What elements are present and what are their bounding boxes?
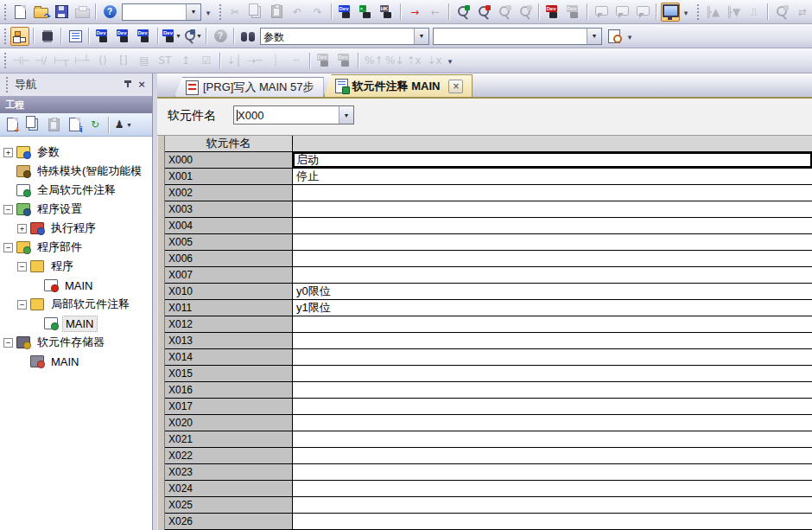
grid-device-cell[interactable]: X022: [165, 448, 293, 464]
tree-item-device-memory[interactable]: −软元件存储器: [0, 333, 152, 352]
rising-pulse-icon[interactable]: %↑: [363, 51, 382, 70]
pulse-execution-icon[interactable]: ⎍: [745, 3, 764, 22]
save-project-icon[interactable]: [52, 3, 71, 22]
inline-st-icon[interactable]: ST: [155, 51, 174, 70]
close-branch-icon[interactable]: ⊢┴: [73, 51, 92, 70]
device-column-header[interactable]: 软元件名: [165, 136, 293, 152]
close-panel-icon[interactable]: ×: [135, 79, 149, 91]
grid-device-cell[interactable]: X012: [165, 316, 293, 333]
paste-icon[interactable]: [267, 3, 286, 22]
grid-device-cell[interactable]: X001: [165, 169, 293, 185]
chevron-down-icon[interactable]: ▼: [175, 33, 181, 39]
note-display-icon[interactable]: [612, 3, 631, 22]
new-project-icon[interactable]: [10, 3, 29, 22]
comment-column-header[interactable]: [293, 136, 812, 152]
grid-device-cell[interactable]: X013: [165, 333, 293, 349]
grid-comment-cell[interactable]: [293, 251, 812, 267]
chevron-down-icon[interactable]: ▼: [186, 4, 200, 20]
tree-item-execution-program[interactable]: +执行程序: [0, 219, 152, 238]
grid-comment-cell[interactable]: [293, 267, 812, 284]
toolbar-drag-handle[interactable]: [696, 4, 700, 20]
grid-device-cell[interactable]: X024: [165, 481, 293, 497]
tree-item-program-main[interactable]: MAIN: [0, 276, 152, 295]
grid-device-cell[interactable]: X010: [165, 284, 293, 300]
refresh-view-icon[interactable]: ↻: [86, 115, 105, 134]
grid-device-cell[interactable]: X003: [165, 201, 293, 218]
tree-item-device-memory-main[interactable]: MAIN: [0, 352, 152, 371]
new-data-icon[interactable]: +: [3, 115, 22, 134]
grid-device-cell[interactable]: X014: [165, 349, 293, 366]
grid-device-cell[interactable]: X005: [165, 234, 293, 251]
grid-device-cell[interactable]: X002: [165, 185, 293, 201]
tree-item-intelligent-module[interactable]: 特殊模块(智能功能模: [0, 162, 152, 181]
copy-data-icon[interactable]: [23, 115, 42, 134]
device-display-format-icon[interactable]: Dev▼: [162, 27, 181, 46]
toolbar-overflow-icon[interactable]: ▾: [681, 3, 691, 21]
grid-comment-cell[interactable]: [293, 399, 812, 415]
pin-icon[interactable]: [121, 79, 135, 91]
module-configuration-icon[interactable]: [38, 27, 57, 46]
tab-prg-write-main[interactable]: [PRG]写入 MAIN 57步: [174, 77, 324, 97]
grid-device-cell[interactable]: X006: [165, 251, 293, 267]
horizontal-line-draw-icon[interactable]: ⇢─: [245, 51, 264, 70]
grid-comment-cell[interactable]: [293, 431, 812, 448]
print-icon[interactable]: [73, 3, 92, 22]
grid-device-cell[interactable]: X026: [165, 514, 293, 530]
close-contact-icon[interactable]: ⊣∕: [31, 51, 50, 70]
grid-comment-cell[interactable]: [293, 448, 812, 464]
grid-device-cell[interactable]: X023: [165, 464, 293, 481]
close-tab-icon[interactable]: ×: [448, 80, 463, 93]
grid-device-cell[interactable]: X017: [165, 399, 293, 415]
open-contact-icon[interactable]: ⊣⊢: [10, 51, 29, 70]
device-comment-list-icon[interactable]: Dev: [93, 27, 112, 46]
work-window-list-icon[interactable]: [66, 27, 85, 46]
tree-expander-icon[interactable]: −: [17, 262, 27, 271]
watch-stop-icon[interactable]: [516, 3, 535, 22]
cut-icon[interactable]: ✂: [225, 3, 244, 22]
help-icon[interactable]: ?: [100, 3, 119, 22]
check-list-icon[interactable]: ☑: [197, 51, 216, 70]
tree-item-parameter[interactable]: +参数: [0, 143, 152, 162]
ladder-block-icon[interactable]: ▤: [135, 51, 154, 70]
grid-device-cell[interactable]: X021: [165, 431, 293, 448]
chevron-down-icon[interactable]: ▼: [414, 29, 428, 44]
grid-comment-cell[interactable]: [293, 464, 812, 481]
monitor-stop-icon[interactable]: [474, 3, 493, 22]
falling-pulse-icon[interactable]: %↓: [384, 51, 403, 70]
grid-comment-cell[interactable]: 停止: [293, 169, 812, 185]
edge-contact-icon[interactable]: ↥: [176, 51, 195, 70]
cross-reference-icon[interactable]: [238, 27, 257, 46]
tree-item-comment-main[interactable]: MAIN: [0, 314, 152, 333]
tree-item-program-folder[interactable]: −程序: [0, 257, 152, 276]
forced-io-registration-icon[interactable]: ⇄: [793, 3, 812, 22]
device-monitor-window-icon[interactable]: >_: [357, 3, 376, 22]
search-in-document-icon[interactable]: [605, 27, 624, 46]
tree-item-local-device-comment[interactable]: −局部软元件注释: [0, 295, 152, 314]
device-display-off-icon[interactable]: Dev: [564, 3, 583, 22]
grid-comment-cell[interactable]: [293, 218, 812, 234]
tree-item-pou[interactable]: −程序部件: [0, 238, 152, 257]
device-comment-search-icon[interactable]: Dev: [336, 3, 355, 22]
write-to-plc-icon[interactable]: →: [405, 3, 424, 22]
device-test-icon[interactable]: [772, 3, 791, 22]
grid-device-cell[interactable]: X004: [165, 218, 293, 234]
tree-expander-icon[interactable]: +: [17, 224, 27, 233]
grid-comment-cell[interactable]: [293, 185, 812, 201]
chevron-down-icon[interactable]: ▼: [339, 106, 353, 124]
vertical-line-delete-icon[interactable]: ┊: [266, 51, 285, 70]
grid-comment-cell[interactable]: [293, 415, 812, 431]
data-properties-icon[interactable]: i: [65, 115, 84, 134]
grid-comment-cell[interactable]: [293, 234, 812, 251]
grid-device-cell[interactable]: X016: [165, 382, 293, 399]
copy-icon[interactable]: [246, 3, 265, 22]
open-project-icon[interactable]: ↷: [31, 3, 50, 22]
tree-expander-icon[interactable]: +: [3, 148, 13, 157]
undo-icon[interactable]: ↶: [288, 3, 307, 22]
open-branch-icon[interactable]: ⊢┬: [52, 51, 71, 70]
toolbar-drag-handle[interactable]: [3, 53, 7, 68]
grid-device-cell[interactable]: X007: [165, 267, 293, 284]
toolbar-overflow-icon[interactable]: ▾: [445, 52, 455, 69]
comment-display-icon[interactable]: [633, 3, 652, 22]
redo-icon[interactable]: ↷: [308, 3, 327, 22]
search-target-combo[interactable]: 参数▼: [260, 28, 429, 45]
